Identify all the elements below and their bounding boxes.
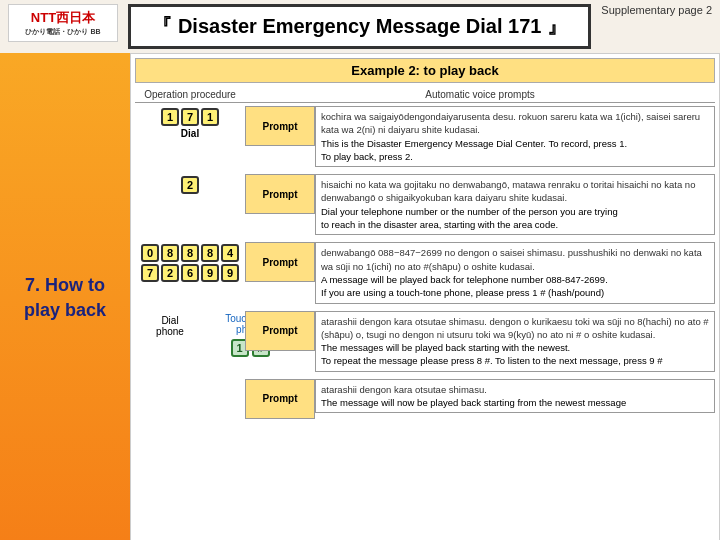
main-content: 7. How to play back Example 2: to play b… [0,53,720,540]
step2-prompt-row: Prompt hisaichi no kata wa gojitaku no d… [245,174,715,235]
step2-prompt-text: hisaichi no kata wa gojitaku no denwaban… [315,174,715,235]
step3-prompt-label: Prompt [245,242,315,282]
step1-dial-label: Dial [181,128,199,139]
col-op-header: Operation procedure [135,89,245,100]
step3-prompt-row: Prompt denwabangō 088−847−2699 no dengon… [245,242,715,303]
step2-en1: Dial your telephone number or the number… [321,205,709,218]
column-headers: Operation procedure Automatic voice prom… [135,87,715,103]
step1-row: 1 7 1 Dial Prompt kochira wa saigaiyōden… [135,106,715,170]
btn-3-9a: 9 [201,264,219,282]
sidebar-title: 7. How to play back [0,263,130,333]
step3-op: 0 8 8 8 4 7 2 6 9 9 [135,242,245,284]
step1-prompt-row: Prompt kochira wa saigaiyōdengondaiyarus… [245,106,715,167]
step1-buttons: 1 7 1 [161,108,219,126]
ntt-logo: NTT西日本 ひかり電話・ひかり BB [8,4,118,42]
step5-en1: The message will now be played back star… [321,396,709,409]
content-area[interactable]: Example 2: to play back Operation proced… [130,53,720,540]
sidebar: 7. How to play back [0,53,130,540]
step4-auto: Prompt atarashii dengon kara otsutae shi… [245,311,715,375]
step3-row: 0 8 8 8 4 7 2 6 9 9 Prompt denwabangō 08… [135,242,715,306]
step1-prompt-text: kochira wa saigaiyōdengondaiyarusenta de… [315,106,715,167]
step5-row: Prompt atarashii dengon kara otsutae shi… [135,379,715,422]
step2-op: 2 [135,174,245,196]
btn-2: 2 [181,176,199,194]
step5-prompt-row: Prompt atarashii dengon kara otsutae shi… [245,379,715,419]
step4-en1: The messages will be played back startin… [321,341,709,354]
step4-prompt-label: Prompt [245,311,315,351]
step2-buttons: 2 [181,176,199,194]
btn-3-6: 6 [181,264,199,282]
step1-en2: To play back, press 2. [321,150,709,163]
btn-1-1b: 1 [201,108,219,126]
step3-auto: Prompt denwabangō 088−847−2699 no dengon… [245,242,715,306]
step1-auto: Prompt kochira wa saigaiyōdengondaiyarus… [245,106,715,170]
step4-prompt-text: atarashii dengon kara otsutae shimasu. d… [315,311,715,372]
sidebar-title-text: 7. How to play back [24,275,106,320]
step2-jp: hisaichi no kata wa gojitaku no denwaban… [321,178,709,205]
col-auto-header: Automatic voice prompts [245,89,715,100]
btn-3-7: 7 [141,264,159,282]
step3-prompt-text: denwabangō 088−847−2699 no dengon o sais… [315,242,715,303]
step5-op [135,379,245,381]
step4-op: Dial phone Touch-tone phone 1 # [135,311,245,357]
btn-1-7: 7 [181,108,199,126]
btn-3-8c: 8 [201,244,219,262]
btn-3-9b: 9 [221,264,239,282]
step2-auto: Prompt hisaichi no kata wa gojitaku no d… [245,174,715,238]
step4-dial-label: Dial phone [135,313,205,337]
step4-en2: To repeat the message please press 8 #. … [321,354,709,367]
step2-en2: to reach in the disaster area, starting … [321,218,709,231]
step3-buttons: 0 8 8 8 4 7 2 6 9 9 [135,244,245,282]
ntt-logo-main: NTT西日本 [31,9,95,27]
example-title: Example 2: to play back [135,58,715,83]
step5-auto: Prompt atarashii dengon kara otsutae shi… [245,379,715,422]
btn-3-2: 2 [161,264,179,282]
header: NTT西日本 ひかり電話・ひかり BB 『 Disaster Emergency… [0,0,720,53]
step5-prompt-text: atarashii dengon kara otsutae shimasu. T… [315,379,715,414]
step1-jp: kochira wa saigaiyōdengondaiyarusenta de… [321,110,709,137]
supplementary-label: Supplementary page 2 [601,4,712,16]
step2-row: 2 Prompt hisaichi no kata wa gojitaku no… [135,174,715,238]
step1-en1: This is the Disaster Emergency Message D… [321,137,709,150]
step3-jp: denwabangō 088−847−2699 no dengon o sais… [321,246,709,273]
btn-3-8a: 8 [161,244,179,262]
step1-prompt-label: Prompt [245,106,315,146]
btn-3-4: 4 [221,244,239,262]
step4-jp: atarashii dengon kara otsutae shimasu. d… [321,315,709,342]
btn-3-0: 0 [141,244,159,262]
page-title: 『 Disaster Emergency Message Dial 171 』 [128,4,591,49]
step3-en2: If you are using a touch-tone phone, ple… [321,286,709,299]
step5-jp: atarashii dengon kara otsutae shimasu. [321,383,709,396]
step4-prompt-row: Prompt atarashii dengon kara otsutae shi… [245,311,715,372]
ntt-logo-sub: ひかり電話・ひかり BB [25,27,100,37]
step5-prompt-label: Prompt [245,379,315,419]
step4-row: Dial phone Touch-tone phone 1 # Prompt [135,311,715,375]
dial-phone-text: Dial phone [156,315,184,337]
step2-prompt-label: Prompt [245,174,315,214]
step3-en1: A message will be played back for teleph… [321,273,709,286]
step1-op: 1 7 1 Dial [135,106,245,139]
btn-1-1: 1 [161,108,179,126]
btn-3-8b: 8 [181,244,199,262]
